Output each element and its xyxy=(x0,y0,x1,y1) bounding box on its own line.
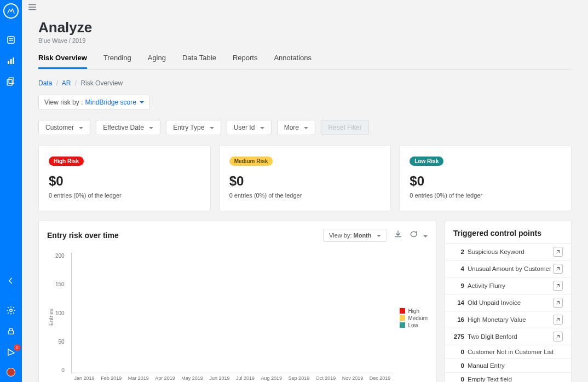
notifications-badge: 2 xyxy=(14,344,20,351)
breadcrumb-link[interactable]: Data xyxy=(38,79,52,87)
control-point-item: 275Two Digit Benford xyxy=(445,328,571,345)
tab-risk-overview[interactable]: Risk Overview xyxy=(38,54,87,69)
control-point-item: 0Customer Not in Customer List xyxy=(445,345,571,358)
risk-card-med: Medium Risk$00 entries (0%) of the ledge… xyxy=(219,145,391,211)
control-point-name: Empty Text field xyxy=(468,376,512,382)
chevron-down-icon xyxy=(260,127,264,129)
risk-pill: Low Risk xyxy=(410,157,443,166)
menu-toggle-icon[interactable] xyxy=(27,2,37,14)
control-point-name: Unusual Amount by Customer xyxy=(468,265,551,272)
page-subtitle: Blue Wave / 2019 xyxy=(38,37,572,44)
legend-item: Low xyxy=(400,322,428,328)
open-icon[interactable] xyxy=(553,332,563,342)
tab-reports[interactable]: Reports xyxy=(233,54,258,69)
chart-legend: HighMediumLow xyxy=(397,305,428,329)
control-points-title: Triggered control points xyxy=(445,229,571,243)
risk-amount: $0 xyxy=(410,173,561,189)
chevron-down-icon xyxy=(377,235,381,237)
open-icon[interactable] xyxy=(553,315,563,325)
risk-cards: High Risk$00 entries (0%) of the ledgerM… xyxy=(38,145,572,211)
control-points-panel: Triggered control points 2Suspicious Key… xyxy=(445,220,572,382)
tab-aging[interactable]: Aging xyxy=(148,54,166,69)
control-point-item: 14Old Unpaid Invoice xyxy=(445,294,571,311)
risk-amount: $0 xyxy=(49,173,200,189)
control-point-item: 9Activity Flurry xyxy=(445,277,571,294)
svg-rect-4 xyxy=(10,59,12,64)
comment-icon[interactable] xyxy=(409,230,428,241)
control-point-item: 4Unusual Amount by Customer xyxy=(445,260,571,277)
control-point-count: 0 xyxy=(453,376,464,382)
risk-amount: $0 xyxy=(229,173,381,189)
chart-xticks: Jan 2019Feb 2019Mar 2019Apr 2019May 2019… xyxy=(71,373,394,381)
chart-title: Entry risk over time xyxy=(47,231,119,240)
legend-item: Medium xyxy=(400,315,428,321)
lock-icon[interactable] xyxy=(6,326,16,336)
breadcrumb-link[interactable]: AR xyxy=(62,79,71,87)
tab-data-table[interactable]: Data Table xyxy=(182,54,216,69)
control-point-count: 2 xyxy=(453,248,464,255)
breadcrumb-current: Risk Overview xyxy=(80,79,123,87)
svg-rect-5 xyxy=(13,57,14,64)
control-point-item: 0Empty Text field xyxy=(445,372,571,382)
chevron-down-icon xyxy=(304,127,308,129)
filter-effective-date[interactable]: Effective Date xyxy=(96,120,160,135)
tab-annotations[interactable]: Annotations xyxy=(274,54,312,69)
view-risk-selector[interactable]: View risk by : MindBridge score xyxy=(38,95,150,110)
svg-rect-3 xyxy=(8,61,9,64)
risk-subtitle: 0 entries (0%) of the ledger xyxy=(410,192,561,199)
control-point-item: 0Manual Entry xyxy=(445,358,571,372)
open-icon[interactable] xyxy=(553,298,563,308)
tab-trending[interactable]: Trending xyxy=(103,54,131,69)
control-point-item: 16High Monetary Value xyxy=(445,311,571,328)
svg-rect-7 xyxy=(7,79,12,85)
nav-data-icon[interactable] xyxy=(6,35,16,45)
avatar[interactable] xyxy=(7,368,15,377)
reset-filter-button: Reset Filter xyxy=(321,120,368,135)
filter-bar: Customer Effective Date Entry Type User … xyxy=(38,120,572,135)
breadcrumb: Data / AR / Risk Overview xyxy=(38,79,572,87)
risk-subtitle: 0 entries (0%) of the ledger xyxy=(49,192,200,199)
control-point-name: High Monetary Value xyxy=(468,316,526,323)
chart-panel: Entry risk over time View by: Month xyxy=(38,220,436,382)
filter-customer[interactable]: Customer xyxy=(38,120,90,135)
download-icon[interactable] xyxy=(394,230,402,241)
filter-entry-type[interactable]: Entry Type xyxy=(166,120,221,135)
control-point-count: 14 xyxy=(453,299,464,306)
control-point-count: 16 xyxy=(453,316,464,323)
tabs: Risk OverviewTrendingAgingData TableRepo… xyxy=(38,54,572,70)
open-icon[interactable] xyxy=(553,247,563,257)
nav-analyze-icon[interactable] xyxy=(6,56,16,66)
filter-user-id[interactable]: User Id xyxy=(227,120,272,135)
control-point-count: 0 xyxy=(453,349,464,355)
nav-back-icon[interactable] xyxy=(6,276,16,286)
open-icon[interactable] xyxy=(553,281,563,291)
risk-pill: Medium Risk xyxy=(229,157,273,166)
control-point-count: 9 xyxy=(453,282,464,289)
control-point-name: Suspicious Keyword xyxy=(468,248,524,255)
nav-copy-icon[interactable] xyxy=(6,77,16,86)
control-point-name: Old Unpaid Invoice xyxy=(468,299,521,306)
chevron-down-icon xyxy=(149,127,153,129)
app-logo[interactable] xyxy=(3,3,19,19)
svg-rect-6 xyxy=(9,78,14,84)
notifications-icon[interactable]: 2 xyxy=(6,347,16,357)
chevron-down-icon xyxy=(79,127,83,129)
chart-ylabel: Entries xyxy=(47,253,55,381)
filter-more[interactable]: More xyxy=(277,120,316,135)
control-point-name: Customer Not in Customer List xyxy=(468,349,554,355)
gear-icon[interactable] xyxy=(6,305,16,315)
open-icon[interactable] xyxy=(553,264,563,274)
risk-subtitle: 0 entries (0%) of the ledger xyxy=(229,192,381,199)
chevron-down-icon xyxy=(423,235,428,238)
control-point-count: 0 xyxy=(453,362,464,369)
chart-plot xyxy=(71,253,394,373)
control-point-count: 275 xyxy=(453,333,464,340)
svg-point-8 xyxy=(10,309,13,312)
control-point-name: Two Digit Benford xyxy=(468,333,517,340)
left-rail: 2 xyxy=(0,0,22,382)
main: Analyze Blue Wave / 2019 Risk OverviewTr… xyxy=(22,0,588,382)
chevron-down-icon xyxy=(140,101,144,103)
control-point-count: 4 xyxy=(453,265,464,272)
legend-item: High xyxy=(400,308,428,314)
chart-view-by[interactable]: View by: Month xyxy=(323,229,387,242)
